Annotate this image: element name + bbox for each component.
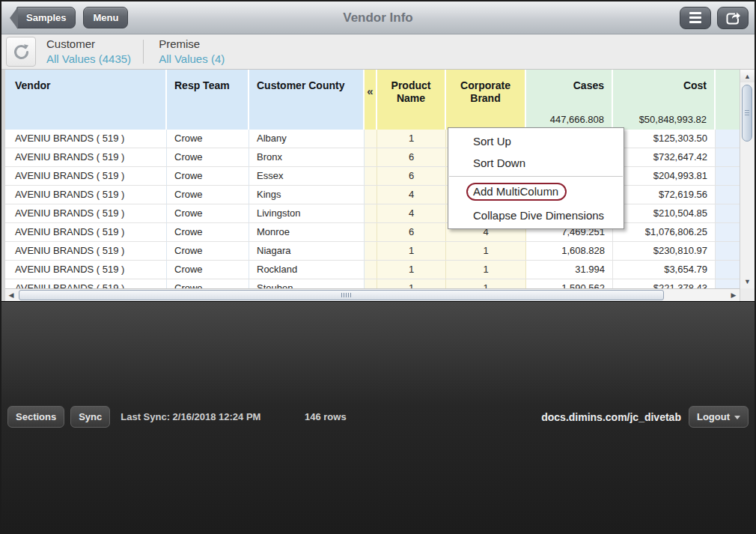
column-header-corporate-brand[interactable]: Corporate Brand: [446, 70, 526, 130]
sync-button[interactable]: Sync: [70, 406, 110, 428]
server-address: docs.dimins.com/jc_divetab: [541, 411, 681, 423]
cell-vendor: AVENIU BRANDS ( 519 ): [5, 261, 167, 279]
cell-vendor: AVENIU BRANDS ( 519 ): [5, 167, 167, 185]
sections-button[interactable]: Sections: [7, 406, 64, 428]
table-row[interactable]: AVENIU BRANDS ( 519 )CroweRockland1131.9…: [5, 261, 740, 279]
refresh-button[interactable]: [6, 37, 36, 67]
cell-product: 4: [377, 204, 446, 222]
filter-name: Premise: [159, 37, 225, 52]
table-body: AVENIU BRANDS ( 519 )CroweAlbany1$125,30…: [5, 130, 740, 288]
column-header-cost[interactable]: Cost $50,848,993.82: [613, 70, 716, 130]
cell-cost: $1,076,806.25: [613, 223, 716, 241]
table-row[interactable]: AVENIU BRANDS ( 519 )CroweAlbany1$125,30…: [5, 130, 740, 148]
cell-cases: 31.994: [526, 261, 613, 279]
cell-fill: [716, 130, 740, 148]
vertical-scroll-track[interactable]: [740, 82, 755, 276]
scroll-right-arrow-icon[interactable]: ▶: [728, 289, 740, 301]
cell-team: Crowe: [167, 186, 249, 204]
cell-product: 1: [377, 261, 446, 279]
double-chevron-left-icon: «: [365, 79, 376, 97]
cell-fill: [716, 186, 740, 204]
list-menu-button[interactable]: [680, 7, 711, 29]
menu-item-add-multicolumn[interactable]: Add MultiColumn: [448, 179, 624, 204]
horizontal-scroll-thumb[interactable]: [19, 290, 664, 300]
column-header-vendor[interactable]: Vendor: [5, 70, 167, 130]
filter-value: All Values (4435): [46, 52, 131, 67]
cell-brand: 1: [446, 279, 526, 288]
cell-product: 1: [377, 279, 446, 288]
column-header-resp-team[interactable]: Resp Team: [167, 70, 249, 130]
cell-team: Crowe: [167, 204, 249, 222]
status-bar: Sections Sync Last Sync: 2/16/2018 12:24…: [1, 301, 755, 533]
table-row[interactable]: AVENIU BRANDS ( 519 )CroweMonroe647,469.…: [5, 223, 740, 242]
vertical-scrollbar[interactable]: ▲ ▼: [740, 70, 755, 288]
column-context-menu: Sort Up Sort Down Add MultiColumn Collap…: [448, 127, 624, 229]
cell-vendor: AVENIU BRANDS ( 519 ): [5, 223, 167, 241]
menu-item-sort-down[interactable]: Sort Down: [448, 152, 624, 174]
column-header-cases[interactable]: Cases 447,666.808: [526, 70, 613, 130]
cell-product: 6: [377, 223, 446, 241]
cell-cases: 1,590.562: [526, 279, 613, 288]
column-label: Vendor: [15, 79, 165, 92]
filter-divider: [143, 40, 144, 64]
cell-fill: [716, 223, 740, 241]
collapse-columns-button[interactable]: «: [365, 70, 377, 130]
cell-vendor: AVENIU BRANDS ( 519 ): [5, 148, 167, 166]
cell-county: Monroe: [249, 223, 365, 241]
logout-label: Logout: [697, 411, 730, 422]
vertical-scroll-thumb[interactable]: [742, 85, 752, 142]
cell-vendor: AVENIU BRANDS ( 519 ): [5, 130, 167, 148]
scroll-down-arrow-icon[interactable]: ▼: [740, 276, 755, 288]
cell-cost: $3,654.79: [613, 261, 716, 279]
cell-county: Steuben: [249, 279, 365, 288]
filter-premise[interactable]: Premise All Values (4): [156, 35, 237, 68]
cell-team: Crowe: [167, 242, 249, 260]
cell-vendor: AVENIU BRANDS ( 519 ): [5, 204, 167, 222]
samples-back-button[interactable]: Samples: [16, 7, 76, 28]
column-label: Customer County: [257, 79, 363, 92]
scroll-up-arrow-icon[interactable]: ▲: [740, 70, 755, 82]
annotation-circle: Add MultiColumn: [466, 183, 567, 201]
cell-fill: [716, 279, 740, 288]
cell-team: Crowe: [167, 279, 249, 288]
filter-customer[interactable]: Customer All Values (4435): [43, 35, 143, 68]
column-header-customer-county[interactable]: Customer County: [249, 70, 365, 130]
refresh-icon: [11, 42, 31, 62]
cost-total: $50,848,993.82: [613, 114, 707, 125]
table-row[interactable]: AVENIU BRANDS ( 519 )CroweNiagara111,608…: [5, 242, 740, 261]
table-row[interactable]: AVENIU BRANDS ( 519 )CroweSteuben111,590…: [5, 279, 740, 288]
scroll-left-arrow-icon[interactable]: ◀: [5, 289, 17, 301]
cell-sp: [365, 204, 377, 222]
cell-county: Kings: [249, 186, 365, 204]
column-header-product-name[interactable]: Product Name: [377, 70, 446, 130]
cell-vendor: AVENIU BRANDS ( 519 ): [5, 186, 167, 204]
cell-sp: [365, 186, 377, 204]
table-row[interactable]: AVENIU BRANDS ( 519 )CroweLivingston441,…: [5, 204, 740, 223]
cell-sp: [365, 261, 377, 279]
column-label: Cases: [526, 79, 604, 92]
cell-sp: [365, 223, 377, 241]
cell-sp: [365, 130, 377, 148]
cell-fill: [716, 148, 740, 166]
cell-cost: $230,810.97: [613, 242, 716, 260]
menu-item-sort-up[interactable]: Sort Up: [448, 130, 624, 152]
cell-cost: $732,647.42: [613, 148, 716, 166]
cell-product: 1: [377, 130, 446, 148]
table-row[interactable]: AVENIU BRANDS ( 519 )CroweBronx6$732,647…: [5, 148, 740, 167]
app-window: Samples Menu Vendor Info: [0, 0, 756, 534]
table-row[interactable]: AVENIU BRANDS ( 519 )CroweKings4$72,619.…: [5, 186, 740, 204]
column-label: Cost: [613, 79, 707, 92]
cell-county: Niagara: [249, 242, 365, 260]
share-icon: [725, 10, 741, 25]
cell-team: Crowe: [167, 223, 249, 241]
horizontal-scrollbar[interactable]: ◀ ▶: [5, 288, 740, 301]
table-row[interactable]: AVENIU BRANDS ( 519 )CroweEssex6$204,993…: [5, 167, 740, 186]
share-button[interactable]: [717, 7, 749, 29]
cell-product: 4: [377, 186, 446, 204]
cell-brand: 1: [446, 261, 526, 279]
menu-button[interactable]: Menu: [83, 7, 128, 28]
logout-button[interactable]: Logout: [689, 406, 749, 428]
cases-total: 447,666.808: [526, 114, 604, 125]
menu-item-collapse-dive-dimensions[interactable]: Collapse Dive Dimensions: [448, 204, 624, 226]
cell-fill: [716, 167, 740, 185]
